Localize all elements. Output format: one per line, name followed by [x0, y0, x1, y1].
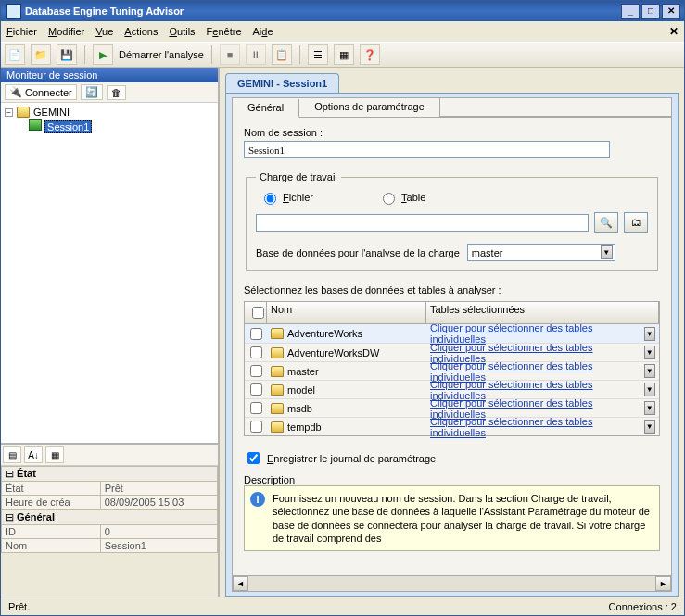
db-analyse-value: master	[472, 247, 503, 258]
new-session-icon[interactable]: 📄	[5, 44, 25, 65]
session-monitor-toolbar: 🔌 Connecter 🔄 🗑	[1, 82, 218, 103]
row-checkbox[interactable]	[250, 346, 262, 358]
prop-row-heure: Heure de créa 08/09/2005 15:03	[1, 496, 218, 509]
chevron-down-icon[interactable]: ▼	[644, 364, 655, 378]
description-text: Fournissez un nouveau nom de session. Da…	[273, 493, 650, 544]
session-label: Session1	[44, 120, 92, 133]
radio-fichier-input[interactable]	[264, 193, 276, 205]
list-icon[interactable]: ☰	[308, 44, 328, 65]
menu-aide[interactable]: Aide	[253, 26, 273, 37]
refresh-icon[interactable]: 🔄	[81, 84, 103, 100]
prop-id-value: 0	[101, 525, 217, 538]
table-row[interactable]: tempdbCliquer pour sélectionner des tabl…	[245, 417, 659, 435]
db-name: master	[287, 366, 319, 377]
menu-actions[interactable]: Actions	[124, 26, 158, 37]
select-tables-link[interactable]: Cliquer pour sélectionner des tables ind…	[430, 416, 641, 438]
chevron-down-icon[interactable]: ▼	[644, 346, 655, 359]
row-checkbox[interactable]	[250, 402, 262, 414]
menu-vue[interactable]: Vue	[95, 26, 113, 37]
play-icon[interactable]: ▶	[93, 44, 113, 65]
alphabetical-icon[interactable]: A↓	[24, 446, 43, 463]
status-connections: Connexions : 2	[609, 601, 677, 612]
database-icon	[271, 366, 284, 377]
session-tree[interactable]: − GEMINI Session1	[1, 103, 218, 445]
tree-session-node[interactable]: Session1	[29, 119, 214, 132]
chevron-down-icon[interactable]: ▼	[601, 245, 613, 259]
close-button[interactable]: ✕	[662, 4, 680, 19]
workload-file-input[interactable]	[256, 214, 589, 232]
col-nom[interactable]: Nom	[267, 302, 426, 323]
scroll-right-icon[interactable]: ►	[655, 576, 671, 591]
horizontal-scrollbar[interactable]: ◄ ►	[232, 576, 672, 592]
help-icon[interactable]: ❓	[360, 44, 380, 65]
app-icon	[6, 4, 21, 19]
minimize-button[interactable]: _	[621, 4, 640, 19]
props-icon[interactable]: ▦	[45, 446, 64, 463]
chevron-down-icon[interactable]: ▼	[644, 327, 655, 341]
stop-icon[interactable]: ■	[220, 44, 240, 65]
open-session-icon[interactable]: 📁	[31, 44, 51, 65]
session-name-label: Nom de session :	[244, 127, 660, 138]
prop-nom-value: Session1	[101, 539, 217, 552]
prop-row-id: ID 0	[1, 525, 218, 539]
radio-table[interactable]: Table	[378, 190, 425, 205]
radio-fichier[interactable]: Fichier	[260, 190, 313, 205]
copy-icon[interactable]: 📋	[272, 44, 292, 65]
workload-legend: Charge de travail	[256, 171, 341, 182]
categorized-icon[interactable]: ▤	[3, 446, 21, 463]
tab-options[interactable]: Options de paramétrage	[299, 98, 440, 117]
session-name-input[interactable]	[244, 141, 610, 158]
menu-outils[interactable]: Outils	[169, 26, 195, 37]
tab-general[interactable]: Général	[233, 99, 299, 118]
section-etat[interactable]: ⊟ État	[1, 466, 218, 482]
prop-row-nom: Nom Session1	[1, 539, 218, 553]
delete-icon[interactable]: 🗑	[107, 85, 126, 100]
session-monitor-header: Moniteur de session	[1, 68, 218, 82]
chevron-down-icon[interactable]: ▼	[644, 383, 655, 396]
col-tables[interactable]: Tables sélectionnées	[426, 302, 659, 323]
prop-nom-label: Nom	[2, 539, 101, 552]
grid-icon[interactable]: ▦	[334, 44, 354, 65]
db-name: tempdb	[287, 421, 322, 433]
info-icon: i	[250, 492, 265, 507]
collapse-icon[interactable]: −	[5, 108, 13, 117]
row-checkbox[interactable]	[250, 365, 262, 377]
server-icon	[17, 107, 30, 118]
row-checkbox[interactable]	[250, 328, 262, 340]
chevron-down-icon[interactable]: ▼	[644, 401, 655, 415]
connect-button[interactable]: 🔌 Connecter	[5, 84, 77, 100]
browse-file-button[interactable]: 🔍	[594, 212, 618, 233]
session-tab[interactable]: GEMINI - Session1	[225, 73, 339, 93]
select-all-checkbox[interactable]	[252, 307, 264, 319]
log-checkbox-row[interactable]: Enregistrer le journal de paramétrage	[244, 449, 660, 467]
pause-icon[interactable]: ⏸	[246, 44, 266, 65]
log-checkbox-label: Enregistrer le journal de paramétrage	[267, 453, 436, 464]
section-general[interactable]: ⊟ Général	[1, 509, 218, 525]
menu-fichier[interactable]: Fichier	[6, 26, 37, 37]
prop-heure-label: Heure de créa	[2, 496, 101, 509]
database-icon	[271, 403, 284, 414]
close-child-icon[interactable]: ✕	[669, 25, 679, 38]
tree-server-node[interactable]: − GEMINI	[5, 107, 214, 118]
menu-modifier[interactable]: Modifier	[48, 26, 84, 37]
menu-fenetre[interactable]: Fenêtre	[207, 26, 242, 37]
maximize-button[interactable]: □	[641, 4, 660, 19]
prop-id-label: ID	[2, 525, 101, 538]
save-session-icon[interactable]: 💾	[57, 44, 77, 65]
start-analysis-button[interactable]: Démarrer l'analyse	[119, 49, 204, 60]
chevron-down-icon[interactable]: ▼	[644, 420, 655, 434]
select-tables-label: Sélectionnez les bases de données et tab…	[244, 284, 660, 295]
row-checkbox[interactable]	[250, 383, 262, 396]
inner-tabs: Général Options de paramétrage	[232, 97, 672, 118]
log-checkbox[interactable]	[247, 452, 260, 464]
radio-table-input[interactable]	[383, 193, 395, 205]
session-panel: Général Options de paramétrage Nom de se…	[225, 93, 679, 597]
browse-table-button[interactable]: 🗂	[624, 212, 648, 233]
row-checkbox[interactable]	[250, 421, 262, 433]
prop-etat-value: Prêt	[101, 482, 217, 495]
status-bar: Prêt. Connexions : 2	[1, 597, 684, 615]
scroll-left-icon[interactable]: ◄	[233, 576, 248, 591]
db-name: msdb	[287, 403, 312, 414]
db-analyse-combo[interactable]: master ▼	[467, 244, 615, 261]
toolbar: 📄 📁 💾 ▶ Démarrer l'analyse ■ ⏸ 📋 ☰ ▦ ❓	[1, 42, 684, 68]
